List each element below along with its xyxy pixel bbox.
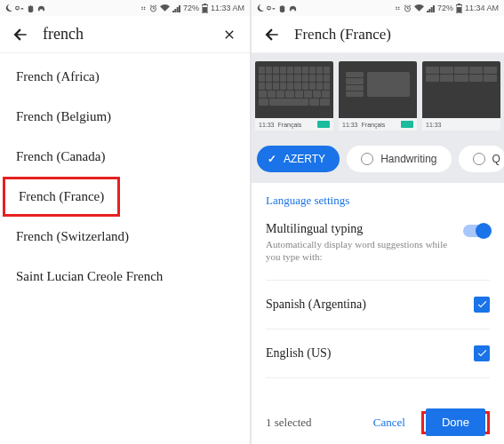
- notification-dots-icon: ⠶: [395, 4, 401, 12]
- language-row[interactable]: Spanish (Argentina): [252, 284, 504, 325]
- language-row[interactable]: English (US): [252, 333, 504, 374]
- status-bar: ⠶ 72% 11:34 AM: [252, 0, 504, 16]
- selected-count: 1 selected: [266, 416, 357, 430]
- battery-icon: [202, 4, 208, 13]
- status-bar: ⠶ 72% 11:33 AM: [0, 0, 250, 16]
- svg-point-0: [16, 6, 20, 10]
- layout-label: Handwriting: [380, 153, 436, 165]
- clock-time: 11:34 AM: [465, 4, 499, 12]
- check-icon: ✓: [268, 153, 276, 165]
- divider: [266, 329, 490, 329]
- alarm-icon: [149, 4, 157, 12]
- arrow-left-icon: [263, 26, 281, 44]
- setting-subtext: Automatically display word suggestions w…: [266, 238, 454, 264]
- radio-icon: [473, 153, 485, 165]
- list-item-highlighted[interactable]: French (France): [3, 177, 120, 217]
- multilingual-typing-setting[interactable]: Multilingual typing Automatically displa…: [266, 217, 490, 273]
- svg-rect-9: [457, 7, 461, 12]
- list-item[interactable]: French (Switzerland): [0, 217, 250, 257]
- checkbox[interactable]: [474, 297, 490, 313]
- layout-option-handwriting[interactable]: Handwriting: [347, 146, 451, 172]
- key-icon: [267, 4, 276, 12]
- svg-rect-4: [203, 7, 207, 12]
- language-results-list: French (Africa) French (Belgium) French …: [0, 53, 250, 300]
- signal-icon: [427, 4, 435, 12]
- page-title: French (France): [294, 26, 391, 44]
- back-button[interactable]: [11, 25, 30, 44]
- battery-icon: [456, 4, 462, 13]
- divider: [266, 280, 490, 281]
- svg-rect-3: [204, 4, 206, 5]
- close-icon: [222, 28, 236, 42]
- language-name: English (US): [266, 346, 332, 361]
- headphones-icon: [37, 4, 45, 12]
- arrow-left-icon: [12, 26, 29, 44]
- check-icon: [476, 347, 488, 359]
- setting-label: Multilingual typing: [266, 222, 454, 236]
- divider: [266, 377, 490, 378]
- list-item[interactable]: French (Africa): [0, 57, 250, 97]
- svg-rect-8: [458, 4, 460, 5]
- highlight-box: Done: [421, 411, 490, 434]
- battery-percent: 72%: [183, 4, 199, 12]
- language-settings-screen: ⠶ 72% 11:34 AM French (France) 11:33Fran…: [252, 0, 504, 444]
- keyboard-preview-handwriting[interactable]: 11:33Français: [339, 61, 417, 131]
- svg-point-5: [268, 6, 271, 10]
- clear-search-button[interactable]: [220, 25, 239, 44]
- keyboard-preview-azerty[interactable]: 11:33Français: [255, 61, 333, 131]
- language-search-screen: ⠶ 72% 11:33 AM french French (Africa) Fr…: [0, 0, 252, 444]
- list-item[interactable]: French (Canada): [0, 137, 250, 177]
- key-icon: [15, 4, 24, 12]
- hand-icon: [278, 4, 286, 12]
- keyboard-caption: Français: [362, 122, 397, 128]
- keyboard-preview-other[interactable]: 11:33: [422, 61, 500, 131]
- battery-percent: 72%: [437, 4, 453, 12]
- done-button[interactable]: Done: [426, 408, 485, 436]
- wifi-icon: [160, 4, 170, 12]
- layout-selector: ✓ AZERTY Handwriting Q: [252, 139, 504, 183]
- layout-option-other[interactable]: Q: [459, 146, 505, 172]
- moon-icon: [5, 4, 12, 12]
- search-input[interactable]: french: [43, 25, 207, 44]
- list-item[interactable]: French (Belgium): [0, 97, 250, 137]
- back-button[interactable]: [262, 25, 282, 44]
- alarm-icon: [404, 4, 412, 12]
- language-settings-section: Language settings Multilingual typing Au…: [252, 183, 504, 276]
- toggle-switch[interactable]: [463, 225, 490, 237]
- page-header: French (France): [252, 16, 504, 53]
- hand-icon: [27, 4, 35, 12]
- list-item[interactable]: Saint Lucian Creole French: [0, 257, 250, 297]
- search-header: french: [0, 16, 250, 53]
- radio-icon: [361, 153, 373, 165]
- checkbox[interactable]: [474, 345, 490, 361]
- headphones-icon: [289, 4, 297, 12]
- clock-time: 11:33 AM: [211, 4, 244, 12]
- wifi-icon: [414, 4, 424, 12]
- footer-bar: 1 selected Cancel Done: [252, 408, 504, 437]
- section-title: Language settings: [266, 194, 490, 208]
- keyboard-caption: Français: [278, 122, 314, 128]
- layout-option-azerty[interactable]: ✓ AZERTY: [257, 146, 340, 172]
- signal-icon: [172, 4, 180, 12]
- keyboard-preview-row[interactable]: 11:33Français 11:33Français 11:33: [252, 53, 504, 139]
- layout-label: Q: [492, 153, 500, 165]
- notification-dots-icon: ⠶: [140, 4, 147, 12]
- layout-label: AZERTY: [284, 153, 325, 165]
- language-name: Spanish (Argentina): [266, 297, 366, 312]
- cancel-button[interactable]: Cancel: [370, 408, 409, 437]
- check-icon: [476, 298, 488, 310]
- moon-icon: [257, 4, 264, 12]
